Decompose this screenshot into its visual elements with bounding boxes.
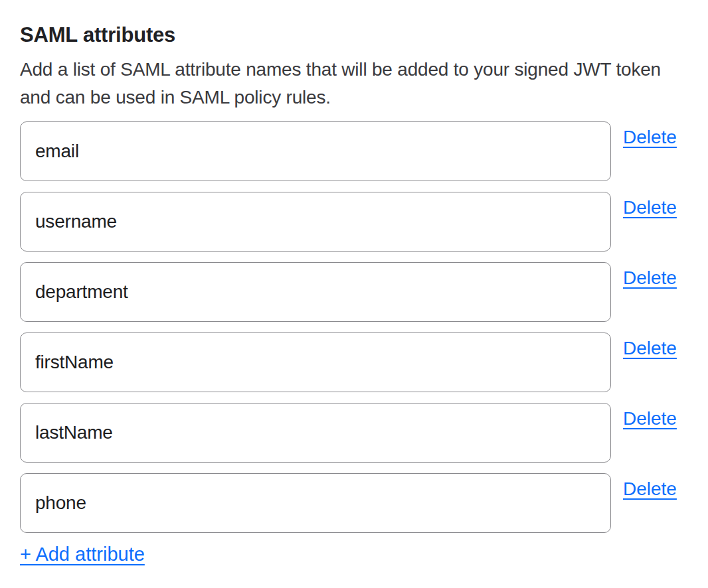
add-attribute-wrap: + Add attribute <box>20 544 688 565</box>
attribute-input-phone[interactable] <box>20 473 611 533</box>
attribute-input-username[interactable] <box>20 192 611 252</box>
attribute-row: Delete <box>20 121 688 181</box>
delete-attribute-link[interactable]: Delete <box>623 479 677 499</box>
attribute-input-firstname[interactable] <box>20 332 611 392</box>
attribute-input-email[interactable] <box>20 121 611 181</box>
attribute-input-lastname[interactable] <box>20 403 611 463</box>
delete-attribute-link[interactable]: Delete <box>623 198 677 218</box>
attribute-row: Delete <box>20 262 688 322</box>
section-description-line-2: and can be used in SAML policy rules. <box>20 84 688 111</box>
section-description: Add a list of SAML attribute names that … <box>20 56 688 111</box>
attribute-row: Delete <box>20 403 688 463</box>
section-description-line-1: Add a list of SAML attribute names that … <box>20 56 688 84</box>
saml-attributes-section: SAML attributes Add a list of SAML attri… <box>0 0 708 565</box>
section-title: SAML attributes <box>20 24 688 46</box>
delete-attribute-link[interactable]: Delete <box>623 409 677 429</box>
delete-attribute-link[interactable]: Delete <box>623 268 677 288</box>
add-attribute-link[interactable]: + Add attribute <box>20 544 145 565</box>
delete-attribute-link[interactable]: Delete <box>623 127 677 147</box>
attribute-input-department[interactable] <box>20 262 611 322</box>
attribute-list: Delete Delete Delete Delete Delete Delet… <box>20 121 688 533</box>
delete-attribute-link[interactable]: Delete <box>623 338 677 358</box>
attribute-row: Delete <box>20 192 688 252</box>
attribute-row: Delete <box>20 473 688 533</box>
attribute-row: Delete <box>20 332 688 392</box>
